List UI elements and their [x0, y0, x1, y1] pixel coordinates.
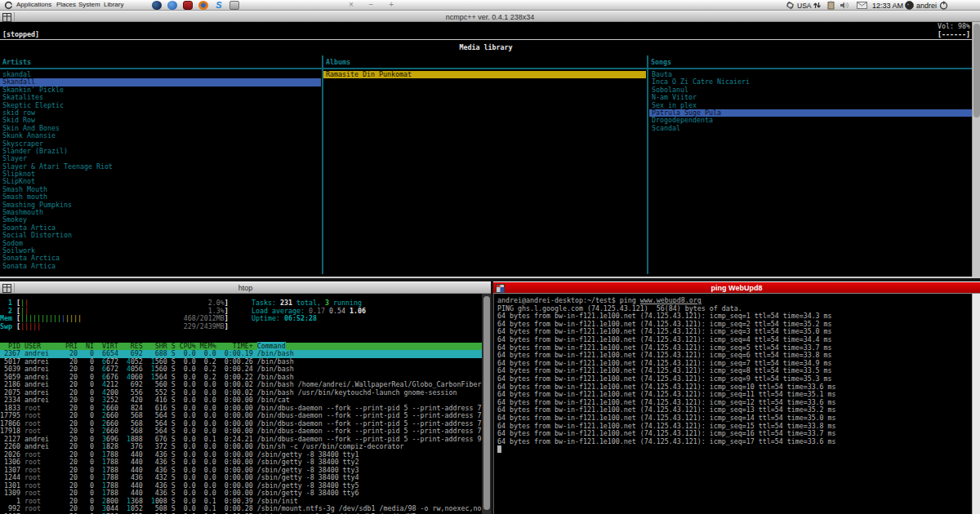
song-item[interactable]: Inca O Zi Catre Nicaieri [649, 78, 972, 86]
artist-item[interactable]: Slipknot [0, 171, 321, 178]
htop-title: htop [0, 282, 491, 295]
artist-item[interactable]: Skeptic Eleptic [0, 102, 321, 109]
htop-process-row[interactable]: 1 root 20 0 2800 1368 1008 S 0.0 0.1 0:0… [0, 498, 482, 506]
album-item[interactable]: Ramasite Din Punkomat [323, 71, 646, 78]
song-item[interactable]: Scandal [649, 125, 972, 132]
artist-item[interactable]: Skid Row [0, 117, 321, 124]
keyboard-layout-indicator[interactable]: USA [797, 2, 811, 10]
artist-item[interactable]: Slayer [0, 155, 321, 162]
columns-underline [0, 68, 972, 69]
song-item[interactable]: Patrula Suge Pula [649, 109, 972, 117]
artist-item[interactable]: Skandall [0, 78, 321, 86]
ping-reply-line: 64 bytes from bw-in-f121.1e100.net (74.1… [497, 438, 836, 446]
htop-process-row[interactable]: 2026 root 20 0 1788 440 436 S 0.0 0.0 0:… [0, 451, 482, 459]
htop-process-row[interactable]: 2127 andrei 20 0 3696 1888 676 S 0.0 0.1… [0, 436, 482, 444]
artist-item[interactable]: Sonata Artica [0, 263, 321, 270]
user-menu[interactable]: andrei [916, 2, 937, 10]
artist-item[interactable]: Smash mouth [0, 193, 321, 201]
song-item[interactable]: Sobolanul [649, 86, 972, 94]
menu-applications[interactable]: Applications [16, 1, 51, 8]
htop-process-row[interactable]: 2260 andrei 20 0 1828 376 372 S 0.0 0.0 … [0, 443, 482, 451]
song-item[interactable]: Bauta [649, 71, 972, 78]
artist-item[interactable]: SLipKnot [0, 178, 321, 185]
network-arrows-icon[interactable] [813, 1, 822, 10]
volume-icon[interactable] [840, 1, 849, 10]
browser-globe-icon[interactable] [152, 1, 162, 10]
skype-s-icon[interactable]: S [214, 1, 224, 10]
ncmpcpp-bottom-line [0, 277, 980, 278]
artist-item[interactable]: Skyscraper [0, 140, 321, 148]
artist-item[interactable]: Smashmouth [0, 209, 321, 216]
htop-process-row[interactable]: 1244 root 20 0 1788 436 432 S 0.0 0.0 0:… [0, 474, 482, 482]
htop-scrollbar[interactable] [482, 294, 491, 514]
artist-item[interactable]: Slayer & Atari Teenage Riot [0, 163, 321, 171]
ping-scrollbar[interactable] [972, 294, 980, 514]
clock[interactable]: 12:33 AM [872, 2, 903, 10]
red-app-icon[interactable] [183, 1, 193, 10]
artist-item[interactable]: Soilwork [0, 247, 321, 255]
player-state: [stopped] [2, 31, 39, 39]
menu-system[interactable]: System [78, 1, 100, 8]
htop-process-row[interactable]: 2367 andrei 20 0 6654 692 688 S 0.0 0.0 … [0, 350, 482, 358]
htop-process-row[interactable]: 5059 andrei 20 0 6676 4060 1564 S 0.0 0.… [0, 374, 482, 382]
artist-item[interactable]: Soanta Artica [0, 224, 321, 232]
htop-process-row[interactable]: 2186 andrei 20 0 4212 692 560 S 0.0 0.0 … [0, 381, 482, 389]
firefox-icon[interactable] [198, 1, 208, 10]
artist-item[interactable]: skandal [0, 71, 321, 78]
ping-titlebar: ping WebUpd8 [493, 281, 980, 294]
artist-item[interactable]: Sonata Arctica [0, 255, 321, 262]
htop-process-row[interactable]: 992 root 20 0 3044 1052 508 S 0.0 0.1 0:… [0, 505, 482, 513]
htop-process-row[interactable]: 2334 andrei 20 0 3252 420 416 S 0.0 0.0 … [0, 397, 482, 405]
htop-process-row[interactable]: 1306 root 20 0 1788 440 436 S 0.0 0.0 0:… [0, 459, 482, 467]
htop-terminal: 1 [|| 2.0%] 2 [|| 1.3%]Mem [||||||||||||… [0, 294, 482, 514]
song-item[interactable]: Drogodependenta [649, 117, 972, 124]
htop-process-row[interactable]: 17918 root 20 0 2660 568 564 S 0.0 0.0 0… [0, 428, 482, 436]
htop-process-row[interactable]: 1309 root 20 0 1788 440 436 S 0.0 0.0 0:… [0, 490, 482, 498]
power-icon[interactable] [939, 1, 948, 10]
artist-item[interactable]: Smash Mouth [0, 186, 321, 193]
artist-item[interactable]: Skankin' Pickle [0, 86, 321, 94]
clipboard-icon[interactable] [826, 1, 835, 10]
artist-item[interactable]: Sodom [0, 240, 321, 247]
htop-meters: 1 [|| 2.0%] 2 [|| 1.3%]Mem [||||||||||||… [0, 299, 229, 330]
artist-item[interactable]: Social Distortion [0, 232, 321, 239]
column-separator-2 [647, 55, 648, 274]
artist-item[interactable]: Smokey [0, 216, 321, 224]
htop-process-row[interactable]: 1307 root 20 0 1788 440 436 S 0.0 0.0 0:… [0, 467, 482, 475]
ping-terminal: andrei@andrei-desktop:~/test$ ping www.w… [493, 294, 972, 514]
header-separator [0, 39, 972, 40]
distro-logo-icon[interactable] [4, 1, 13, 10]
menu-library[interactable]: Library [104, 1, 123, 8]
artist-item[interactable]: Skatalites [0, 94, 321, 101]
htop-process-row[interactable]: 17866 root 20 0 2660 568 564 S 0.0 0.0 0… [0, 420, 482, 428]
top-panel: Applications Places System Library S × −… [0, 0, 980, 11]
artist-item[interactable]: Slander (Brazil) [0, 148, 321, 155]
albums-list: Ramasite Din Punkomat [323, 71, 646, 78]
terminal-cursor [497, 445, 501, 453]
songs-header: Songs [651, 59, 671, 67]
song-item[interactable]: N-am Viitor [649, 94, 972, 101]
artist-item[interactable]: Skin And Bones [0, 125, 321, 132]
blue-p-app-icon[interactable] [167, 1, 177, 10]
song-item[interactable]: Sex in plex [649, 102, 972, 109]
htop-process-row[interactable]: 5017 andrei 20 0 6672 4052 1560 S 0.0 0.… [0, 358, 482, 366]
htop-process-row[interactable]: 2075 andrei 20 0 4200 556 552 S 0.0 0.0 … [0, 389, 482, 397]
artists-list: skandalSkandallSkankin' PickleSkatalites… [0, 71, 321, 270]
artist-item[interactable]: Smashing Pumpkins [0, 202, 321, 209]
ping-title: ping WebUpd8 [493, 282, 980, 295]
terminal-launcher-icon[interactable] [229, 1, 239, 10]
window-controls[interactable]: × − + [349, 0, 400, 9]
htop-process-row[interactable]: 1301 root 20 0 1788 440 436 S 0.0 0.0 0:… [0, 482, 482, 490]
htop-process-row[interactable]: 5039 andrei 20 0 6672 4056 1560 S 0.0 0.… [0, 366, 482, 374]
weather-swirl-icon[interactable] [786, 1, 795, 10]
htop-titlebar: htop [0, 281, 491, 294]
user-avatar[interactable] [905, 1, 914, 10]
ncmpcpp-scrollbar[interactable] [972, 22, 980, 277]
menu-places[interactable]: Places [56, 1, 76, 8]
mail-icon[interactable] [857, 2, 867, 9]
artist-item[interactable]: skid row [0, 109, 321, 117]
htop-process-row[interactable]: 1833 root 20 0 2660 824 616 S 0.0 0.0 0:… [0, 405, 482, 413]
htop-process-row[interactable]: 17795 root 20 0 2660 568 564 S 0.0 0.0 0… [0, 412, 482, 420]
terminal-window-icon [2, 284, 11, 293]
artist-item[interactable]: Skunk Anansie [0, 132, 321, 140]
